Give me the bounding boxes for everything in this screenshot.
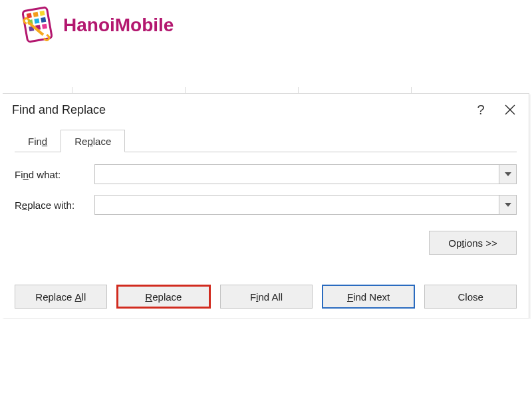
replace-button[interactable]: Replace	[116, 285, 211, 309]
find-what-row: Find what:	[15, 164, 517, 184]
logo-icon	[20, 7, 57, 43]
logo: HanoiMobile	[20, 7, 174, 43]
chevron-down-icon	[505, 172, 511, 176]
replace-all-button[interactable]: Replace All	[15, 285, 107, 309]
find-what-label: Find what:	[15, 169, 94, 180]
options-button[interactable]: Options >>	[429, 231, 517, 255]
dialog-title: Find and Replace	[12, 103, 106, 117]
replace-with-input[interactable]	[95, 196, 499, 214]
replace-with-row: Replace with:	[15, 195, 517, 215]
replace-with-dropdown[interactable]	[499, 196, 516, 214]
replace-with-combo	[94, 195, 517, 215]
logo-text: HanoiMobile	[63, 15, 174, 36]
find-what-input[interactable]	[95, 165, 499, 184]
chevron-down-icon	[505, 203, 511, 207]
find-what-combo	[94, 164, 517, 184]
tab-replace[interactable]: Replace	[61, 130, 125, 152]
find-all-button[interactable]: Find All	[220, 285, 313, 309]
help-button[interactable]: ?	[466, 96, 495, 123]
tab-find[interactable]: Find	[15, 130, 61, 152]
tabs: Find Replace	[15, 127, 517, 152]
find-what-dropdown[interactable]	[499, 165, 516, 184]
dialog-button-row: Replace All Replace Find All Find Next C…	[15, 285, 517, 309]
find-next-button[interactable]: Find Next	[322, 285, 416, 309]
find-replace-dialog: Find and Replace ? Find Replace Find wha…	[3, 93, 529, 318]
replace-with-label: Replace with:	[15, 200, 94, 211]
close-button[interactable]: Close	[424, 285, 517, 309]
titlebar: Find and Replace ?	[3, 94, 529, 126]
close-icon[interactable]	[495, 96, 525, 123]
